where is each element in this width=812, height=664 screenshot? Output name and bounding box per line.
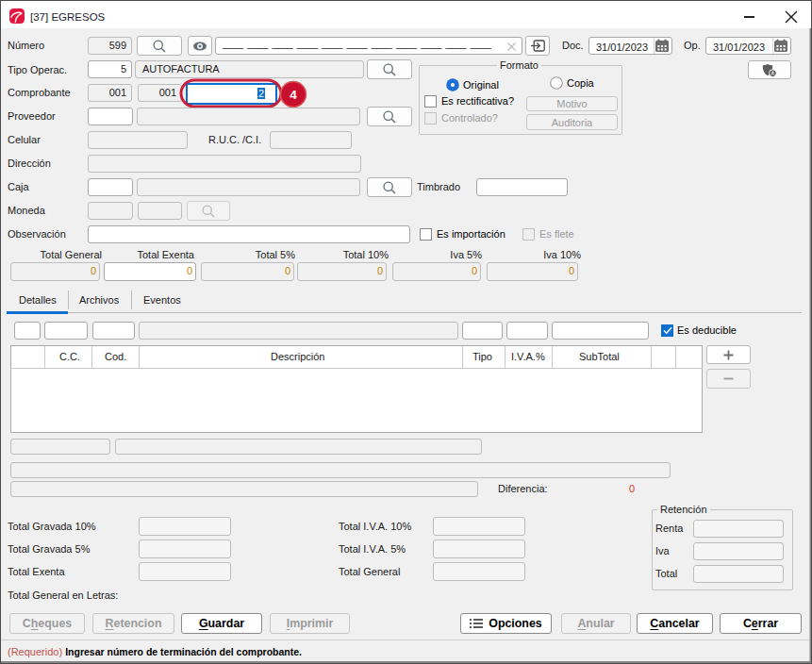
svg-text:4: 4 <box>290 88 297 102</box>
